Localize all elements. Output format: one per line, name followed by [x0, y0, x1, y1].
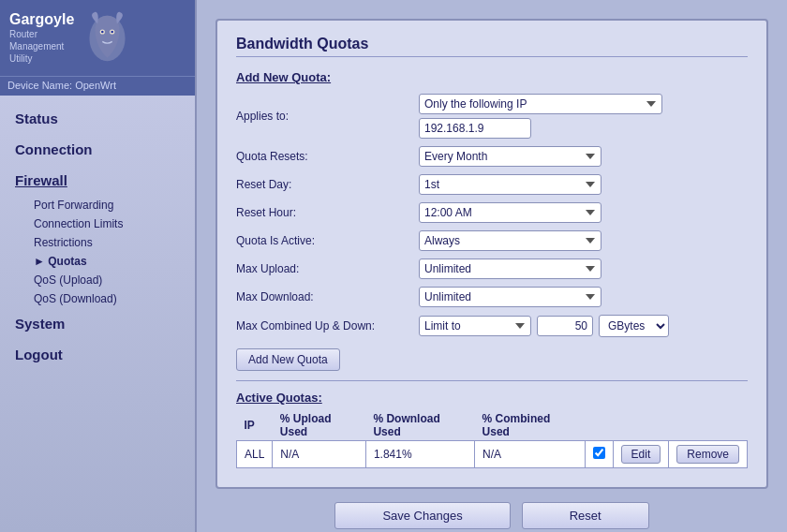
sidebar-item-qos-download[interactable]: QoS (Download) [26, 289, 195, 308]
sidebar-item-logout[interactable]: Logout [0, 339, 195, 370]
col-combined: % Combined Used [475, 410, 586, 441]
row-combined: N/A [475, 441, 586, 468]
row-edit-cell: Edit [613, 441, 669, 468]
max-combined-controls: Limit to Unlimited GBytes MBytes KBytes [419, 315, 669, 337]
max-download-label: Max Download: [236, 290, 419, 303]
row-ip: ALL [237, 441, 273, 468]
sidebar-firewall-submenu: Port Forwarding Connection Limits Restri… [0, 196, 195, 308]
sidebar-item-connection-limits[interactable]: Connection Limits [26, 214, 195, 233]
col-download: % Download Used [365, 410, 474, 441]
reset-hour-select[interactable]: 12:00 AM 1:00 AM [419, 202, 601, 223]
table-row: ALL N/A 1.841% N/A Edit Remove [237, 441, 748, 468]
add-new-quota-label: Add New Quota: [236, 70, 748, 84]
gargoyle-dragon-icon [82, 7, 133, 68]
sidebar-item-qos-upload[interactable]: QoS (Upload) [26, 271, 195, 289]
gargoyle-brand: Gargoyle [9, 11, 74, 28]
quota-resets-label: Quota Resets: [236, 150, 419, 163]
main-content: Bandwidth Quotas Add New Quota: Applies … [197, 0, 787, 532]
bottom-bar: Save Changes Reset [215, 502, 768, 529]
sidebar-header: Gargoyle RouterManagementUtility [0, 0, 195, 76]
max-upload-row: Max Upload: Unlimited Limit to [236, 259, 748, 279]
row-download: 1.841% [365, 441, 474, 468]
applies-to-wrapper: Only the following IP All IPs [419, 94, 662, 139]
applies-to-select[interactable]: Only the following IP All IPs [419, 94, 662, 114]
sidebar-nav: Status Connection Firewall Port Forwardi… [0, 96, 195, 532]
sidebar: Gargoyle RouterManagementUtility Device … [0, 0, 197, 532]
sidebar-item-connection[interactable]: Connection [0, 134, 195, 165]
active-quotas-label: Active Quotas: [236, 391, 748, 405]
remove-button[interactable]: Remove [676, 445, 739, 464]
sidebar-item-system[interactable]: System [0, 308, 195, 339]
row-check-cell [585, 441, 613, 468]
reset-day-row: Reset Day: 1st 2nd 3rd [236, 174, 748, 195]
quota-resets-select[interactable]: Every Month Every Week Every Day Never [419, 146, 601, 167]
unit-select[interactable]: GBytes MBytes KBytes [599, 315, 669, 337]
sidebar-item-status[interactable]: Status [0, 103, 195, 134]
sidebar-item-quotas[interactable]: ► Quotas [26, 252, 195, 271]
ip-input[interactable] [419, 118, 531, 139]
col-remove [669, 410, 748, 441]
svg-point-3 [101, 31, 104, 34]
max-combined-select[interactable]: Limit to Unlimited [419, 316, 531, 336]
quotas-table: IP % Upload Used % Download Used % Combi… [236, 410, 748, 468]
sidebar-item-restrictions[interactable]: Restrictions [26, 233, 195, 252]
reset-hour-row: Reset Hour: 12:00 AM 1:00 AM [236, 202, 748, 223]
panel-title: Bandwidth Quotas [236, 36, 748, 57]
device-name: Device Name: OpenWrt [0, 76, 195, 96]
row-checkbox[interactable] [593, 447, 605, 459]
row-upload: N/A [273, 441, 366, 468]
quota-active-select[interactable]: Always Never Custom Schedule [419, 230, 601, 251]
max-download-select[interactable]: Unlimited Limit to [419, 287, 601, 307]
max-upload-select[interactable]: Unlimited Limit to [419, 259, 601, 279]
quota-active-label: Quota Is Active: [236, 234, 419, 247]
reset-day-label: Reset Day: [236, 178, 419, 191]
max-combined-label: Max Combined Up & Down: [236, 319, 419, 332]
col-ip: IP [237, 410, 273, 441]
sidebar-item-port-forwarding[interactable]: Port Forwarding [26, 196, 195, 214]
applies-to-row: Applies to: Only the following IP All IP… [236, 94, 748, 139]
add-quota-button[interactable]: Add New Quota [236, 348, 340, 371]
reset-day-select[interactable]: 1st 2nd 3rd [419, 174, 601, 195]
max-download-row: Max Download: Unlimited Limit to [236, 287, 748, 307]
quota-resets-row: Quota Resets: Every Month Every Week Eve… [236, 146, 748, 167]
bandwidth-quotas-panel: Bandwidth Quotas Add New Quota: Applies … [215, 19, 768, 489]
max-upload-label: Max Upload: [236, 262, 419, 275]
limit-value-input[interactable] [537, 316, 593, 336]
applies-to-label: Applies to: [236, 110, 419, 123]
reset-button[interactable]: Reset [522, 502, 649, 529]
quota-active-row: Quota Is Active: Always Never Custom Sch… [236, 230, 748, 251]
row-remove-cell: Remove [669, 441, 748, 468]
sidebar-item-firewall[interactable]: Firewall [0, 165, 195, 196]
max-combined-row: Max Combined Up & Down: Limit to Unlimit… [236, 315, 748, 337]
gargoyle-subtitle: RouterManagementUtility [9, 28, 74, 65]
svg-point-4 [111, 31, 114, 34]
reset-hour-label: Reset Hour: [236, 206, 419, 219]
save-changes-button[interactable]: Save Changes [334, 502, 510, 529]
col-edit [613, 410, 669, 441]
col-check [585, 410, 613, 441]
divider [236, 380, 748, 381]
gargoyle-logo: Gargoyle RouterManagementUtility [9, 11, 74, 65]
col-upload: % Upload Used [273, 410, 366, 441]
edit-button[interactable]: Edit [621, 445, 661, 464]
